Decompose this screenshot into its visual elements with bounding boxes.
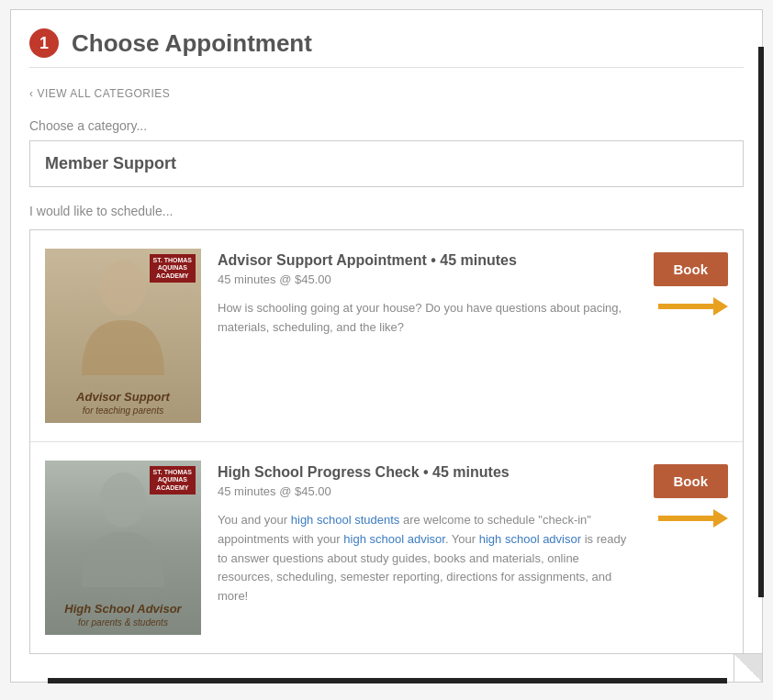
category-selector[interactable]: Member Support	[29, 140, 744, 187]
book-button[interactable]: Book	[654, 252, 729, 286]
school-badge: ST. THOMAS AQUINAS ACADEMY	[150, 254, 196, 283]
book-button-container: Book	[654, 461, 729, 528]
appointment-details: High School Progress Check • 45 minutes …	[218, 461, 637, 606]
school-badge: ST. THOMAS AQUINAS ACADEMY	[150, 466, 196, 494]
appointments-list: ST. THOMAS AQUINAS ACADEMY Advisor Suppo…	[29, 229, 744, 654]
appointment-image-label: Advisor Support for teaching parents	[76, 390, 170, 416]
back-link[interactable]: ‹ VIEW ALL CATEGORIES	[29, 87, 170, 100]
schedule-label: I would like to schedule...	[29, 204, 744, 218]
appointment-description: You and your high school students are we…	[218, 511, 637, 606]
right-border-decoration	[758, 47, 764, 597]
appointment-image: ST. THOMAS AQUINAS ACADEMY High School A…	[45, 461, 201, 635]
appointment-price: 45 minutes @ $45.00	[218, 484, 637, 498]
arrow-head	[713, 297, 728, 316]
back-link-label: VIEW ALL CATEGORIES	[38, 87, 171, 100]
arrow-shaft	[658, 304, 713, 309]
svg-point-0	[100, 261, 146, 316]
book-button[interactable]: Book	[654, 464, 729, 498]
arrow-decoration	[658, 509, 728, 528]
appointment-card: ST. THOMAS AQUINAS ACADEMY Advisor Suppo…	[30, 230, 743, 442]
appointment-image: ST. THOMAS AQUINAS ACADEMY Advisor Suppo…	[45, 249, 201, 423]
arrow-shaft	[658, 516, 713, 521]
page-container: 1 Choose Appointment ‹ VIEW ALL CATEGORI…	[10, 9, 763, 683]
svg-point-1	[100, 472, 146, 528]
page-header: 1 Choose Appointment	[29, 28, 744, 68]
appointment-price: 45 minutes @ $45.00	[218, 272, 637, 286]
category-label: Choose a category...	[29, 118, 744, 133]
book-button-container: Book	[654, 249, 729, 316]
appointment-title: Advisor Support Appointment • 45 minutes	[218, 252, 637, 269]
step-circle: 1	[29, 28, 59, 58]
arrow-decoration	[658, 297, 728, 316]
appointment-title: High School Progress Check • 45 minutes	[218, 464, 637, 481]
arrow-head	[713, 509, 728, 528]
appointment-image-label: High School Advisor for parents & studen…	[64, 602, 181, 628]
appointment-description: How is schooling going at your house? Do…	[218, 299, 637, 338]
page-title: Choose Appointment	[72, 29, 312, 58]
appointment-card: ST. THOMAS AQUINAS ACADEMY High School A…	[30, 442, 743, 653]
chevron-left-icon: ‹	[29, 87, 34, 100]
appointment-details: Advisor Support Appointment • 45 minutes…	[218, 249, 637, 338]
bottom-border-decoration	[48, 678, 727, 683]
